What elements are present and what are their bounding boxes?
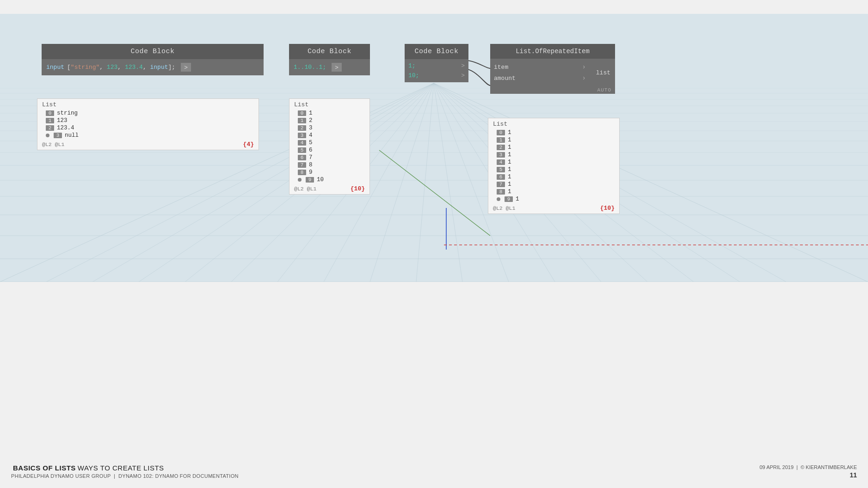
list-panel-2-footer: @L2 @L1 {10} — [289, 183, 369, 194]
lori-header: List.OfRepeatedItem — [490, 44, 615, 59]
code-block-1: Code Block input ["string", 123, 123.4, … — [42, 44, 264, 75]
list-row: 01 — [289, 110, 369, 117]
code-block-1-header: Code Block — [42, 44, 264, 59]
list-panel-1: List 0 string 1 123 2 123.4 3 null @L2 @… — [37, 98, 259, 150]
list-connector-dot — [497, 197, 500, 201]
list-connector-dot — [46, 134, 49, 137]
list-panel-3-footer: @L2 @L1 {10} — [488, 203, 619, 214]
code-block-3: Code Block 1; > 10; > — [405, 44, 468, 82]
list-row: 31 — [488, 151, 619, 159]
list-row: 61 — [488, 173, 619, 181]
page-subtitle: PHILADELPHIA DYNAMO USER GROUP | DYNAMO … — [11, 473, 239, 479]
list-row: 34 — [289, 132, 369, 139]
list-row: 71 — [488, 181, 619, 188]
lori-body: item › amount › list — [490, 59, 615, 86]
code-block-2-header: Code Block — [289, 44, 370, 59]
bottom-right: 09 APRIL 2019 | © KIERANTIMBERLAKE 11 — [759, 464, 857, 479]
bottom-left: BASICS OF LISTSWAYS TO CREATE LISTS PHIL… — [11, 464, 239, 479]
list-panel-3: List 01 11 21 31 41 51 61 71 81 91 @L2 @… — [488, 118, 620, 214]
list-row: 51 — [488, 166, 619, 173]
list-panel-3-rows: 01 11 21 31 41 51 61 71 81 91 — [488, 129, 619, 203]
code-block-1-body: input ["string", 123, 123.4, input]; > — [42, 59, 264, 75]
code-block-1-code: input ["string", 123, 123.4, input]; > — [46, 63, 259, 72]
list-panel-2: List 01 12 23 34 45 56 67 78 89 910 @L2 … — [289, 98, 370, 195]
list-connector-dot — [298, 178, 302, 182]
list-of-repeated-item-node: List.OfRepeatedItem item › amount › list… — [490, 44, 615, 94]
list-row: 81 — [488, 188, 619, 195]
list-row: 89 — [289, 169, 369, 176]
cb3-row-2: 10; > — [408, 71, 465, 80]
code-block-2: Code Block 1..10..1; > — [289, 44, 370, 75]
page-title: BASICS OF LISTSWAYS TO CREATE LISTS — [11, 464, 239, 472]
list-panel-1-rows: 0 string 1 123 2 123.4 3 null — [37, 110, 259, 139]
list-panel-1-title: List — [37, 99, 259, 110]
code-block-3-body: 1; > 10; > — [405, 59, 468, 82]
bottom-bar: BASICS OF LISTSWAYS TO CREATE LISTS PHIL… — [11, 464, 857, 479]
date-copyright: 09 APRIL 2019 | © KIERANTIMBERLAKE — [759, 464, 857, 470]
page-number: 11 — [759, 471, 857, 479]
list-row: 01 — [488, 129, 619, 136]
list-row: 3 null — [37, 132, 259, 139]
canvas-area: Code Block input ["string", 123, 123.4, … — [0, 14, 868, 282]
code-block-2-body: 1..10..1; > — [289, 59, 370, 75]
list-row: 23 — [289, 124, 369, 132]
list-row: 78 — [289, 161, 369, 169]
list-row: 2 123.4 — [37, 124, 259, 132]
list-row: 91 — [488, 195, 619, 203]
list-row: 12 — [289, 117, 369, 124]
lori-output: list — [591, 59, 615, 86]
list-panel-2-title: List — [289, 99, 369, 110]
list-panel-1-footer: @L2 @L1 {4} — [37, 139, 259, 150]
list-row: 0 string — [37, 110, 259, 117]
list-row: 67 — [289, 154, 369, 161]
list-row: 41 — [488, 159, 619, 166]
code-block-2-output-btn[interactable]: > — [332, 63, 342, 72]
list-row: 910 — [289, 176, 369, 183]
lori-port-item: item › — [494, 61, 588, 73]
lori-port-amount: amount › — [494, 73, 588, 84]
code-block-2-code: 1..10..1; > — [294, 63, 365, 72]
cb3-row-1: 1; > — [408, 61, 465, 71]
list-row: 21 — [488, 144, 619, 151]
list-row: 56 — [289, 146, 369, 154]
list-panel-3-title: List — [488, 118, 619, 129]
list-panel-2-rows: 01 12 23 34 45 56 67 78 89 910 — [289, 110, 369, 183]
list-row: 45 — [289, 139, 369, 146]
lori-ports: item › amount › — [490, 59, 591, 86]
lori-footer: AUTO — [490, 86, 615, 94]
code-block-1-output-btn[interactable]: > — [181, 63, 191, 72]
code-block-3-header: Code Block — [405, 44, 468, 59]
list-row: 11 — [488, 136, 619, 144]
list-row: 1 123 — [37, 117, 259, 124]
